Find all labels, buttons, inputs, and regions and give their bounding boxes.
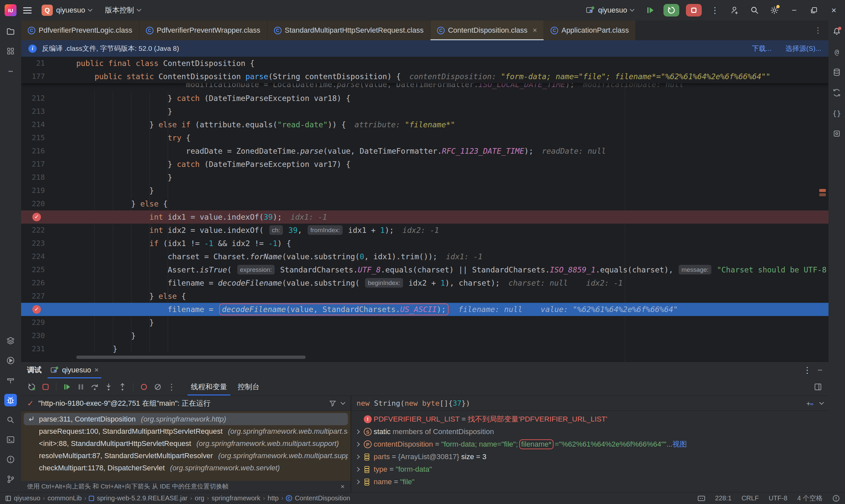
code-line[interactable]: 177 public static ContentDisposition par… <box>21 70 828 83</box>
code-line[interactable]: 21public final class ContentDisposition … <box>21 57 828 70</box>
gutter[interactable]: 229 <box>21 316 76 329</box>
gutter[interactable]: 220 <box>21 197 76 211</box>
variable-row[interactable]: Sstatic members of ContentDisposition <box>351 426 828 438</box>
notifications-button[interactable] <box>830 25 843 38</box>
close-button[interactable]: × <box>827 4 840 17</box>
database-tool-button[interactable] <box>830 66 843 78</box>
dependencies-tool-button[interactable] <box>830 127 843 140</box>
variable-row[interactable]: type = "form-data" <box>351 463 828 475</box>
editor-tab[interactable]: CApplicationPart.class <box>544 20 636 40</box>
code-line[interactable]: 218 } <box>21 171 828 184</box>
close-tab-icon[interactable]: × <box>533 26 537 35</box>
filter-icon[interactable] <box>329 399 337 407</box>
gutter[interactable]: 227 <box>21 290 76 303</box>
search-everywhere-button[interactable] <box>748 4 761 17</box>
project-tool-button[interactable] <box>4 25 17 38</box>
step-over-button[interactable] <box>89 381 101 393</box>
run-options-kebab[interactable]: ⋮ <box>708 4 722 17</box>
code-line[interactable]: 214 } else if (attribute.equals("read-da… <box>21 118 828 131</box>
tab-options-kebab[interactable]: ⋮ <box>807 20 828 40</box>
version-control-tool-button[interactable] <box>4 473 17 486</box>
chevron-down-icon[interactable] <box>341 400 345 405</box>
debugger-view-tab[interactable]: 控制台 <box>232 378 265 395</box>
gutter[interactable]: 224 <box>21 250 76 263</box>
structure-tool-button[interactable] <box>4 45 17 57</box>
expand-chevron-icon[interactable] <box>356 468 364 471</box>
add-watch-icon[interactable]: +∞ <box>806 399 813 407</box>
layout-settings-button[interactable] <box>812 381 824 393</box>
code-line[interactable]: 223 if (idx1 != -1 && idx2 != -1) { <box>21 237 828 250</box>
expand-chevron-icon[interactable] <box>356 430 364 433</box>
breadcrumb-item[interactable]: qiyuesuo <box>14 494 40 502</box>
code-line[interactable]: 224 charset = Charset.forName(value.subs… <box>21 250 828 263</box>
debugger-view-tab[interactable]: 线程和变量 <box>186 378 232 395</box>
gutter[interactable]: 223 <box>21 237 76 250</box>
stack-frame-row[interactable]: parse:311, ContentDisposition(org.spring… <box>24 413 348 425</box>
editor-tab[interactable]: CPdfverifierPreventWrapper.class <box>139 20 267 40</box>
stack-frame-row[interactable]: checkMultipart:1178, DispatcherServlet(o… <box>24 462 348 474</box>
variable-row[interactable]: PcontentDisposition = "form-data; name="… <box>351 438 828 451</box>
chevron-down-icon[interactable] <box>819 400 824 405</box>
download-sources-link[interactable]: 下载... <box>752 44 772 53</box>
tool-window-widget-icon[interactable] <box>5 496 11 501</box>
expand-chevron-icon[interactable] <box>356 443 364 446</box>
gutter[interactable] <box>21 83 76 91</box>
stop-debug-button[interactable] <box>40 381 52 393</box>
code-line[interactable]: 213 } <box>21 105 828 118</box>
error-stripe-mark[interactable] <box>819 189 826 192</box>
code-line[interactable]: ✓ int idx1 = value.indexOf(39);idx1: -1 <box>21 211 828 223</box>
find-tool-button[interactable] <box>4 414 17 426</box>
pause-program-button[interactable] <box>75 381 87 393</box>
build-tool-button[interactable] <box>4 374 17 386</box>
code-line[interactable]: 212 } catch (DateTimeParseException var1… <box>21 92 828 105</box>
gutter[interactable]: 218 <box>21 171 76 184</box>
gutter[interactable]: 214 <box>21 118 76 131</box>
breakpoint-icon[interactable]: ✓ <box>32 305 41 314</box>
indent-setting[interactable]: 4 个空格 <box>797 494 823 503</box>
editor-tab[interactable]: CContentDisposition.class× <box>430 20 544 40</box>
gutter[interactable]: 216 <box>21 144 76 158</box>
breadcrumb-item[interactable]: org <box>195 494 204 502</box>
stop-button[interactable] <box>686 4 702 17</box>
problems-tool-button[interactable] <box>4 453 17 466</box>
code-style-icon[interactable] <box>698 496 705 501</box>
choose-sources-link[interactable]: 选择源(S)... <box>786 44 822 53</box>
code-line[interactable]: 230 } <box>21 329 828 342</box>
gutter[interactable]: ✓ <box>21 303 76 316</box>
code-line[interactable]: 225 Assert.isTrue( expression: StandardC… <box>21 263 828 276</box>
code-line[interactable]: 226 filename = decodeFilename(value.subs… <box>21 276 828 290</box>
terminal-tool-button[interactable] <box>4 433 17 446</box>
code-line[interactable]: 219 } <box>21 184 828 197</box>
panel-options-kebab[interactable]: ⋮ <box>803 366 812 374</box>
gutter[interactable]: 231 <box>21 342 76 356</box>
project-selector[interactable]: Q qiyuesuo <box>38 3 95 17</box>
breadcrumb-item[interactable]: CContentDisposition <box>286 494 350 502</box>
debug-resume-button[interactable] <box>644 4 657 17</box>
code-line[interactable]: ✓ filename = decodeFilename(value, Stand… <box>21 303 828 316</box>
services-tool-button[interactable] <box>4 335 17 347</box>
gutter[interactable]: 230 <box>21 329 76 342</box>
debug-session-tab[interactable]: qiyuesuo × <box>46 362 103 378</box>
gradle-sync-button[interactable] <box>830 86 843 99</box>
code-line[interactable]: 220 } else { <box>21 197 828 211</box>
gutter[interactable]: 225 <box>21 263 76 276</box>
rerun-debug-button[interactable] <box>664 4 679 17</box>
toolbar-more-kebab[interactable]: ⋮ <box>166 381 178 393</box>
code-line[interactable]: modificationDate = LocalDateTime.parse(v… <box>21 83 828 91</box>
code-line[interactable]: 231 } <box>21 342 828 356</box>
maximize-button[interactable] <box>807 4 821 17</box>
step-out-button[interactable] <box>117 381 128 393</box>
mute-breakpoints-button[interactable] <box>152 381 164 393</box>
horizontal-scrollbar[interactable] <box>76 356 306 359</box>
stack-frame-row[interactable]: parseRequest:100, StandardMultipartHttpS… <box>24 425 348 437</box>
thread-selector[interactable]: ✓ "http-nio-9180-exec-9"@22,751 在组"main"… <box>21 396 351 411</box>
code-line[interactable]: 216 readDate = ZonedDateTime.parse(value… <box>21 144 828 158</box>
stack-frame-row[interactable]: resolveMultipart:87, StandardServletMult… <box>24 450 348 462</box>
gutter[interactable]: 215 <box>21 131 76 144</box>
breadcrumb-item[interactable]: spring-web-5.2.9.RELEASE.jar <box>89 494 188 502</box>
gutter[interactable]: 213 <box>21 105 76 118</box>
variable-row[interactable]: !PDFVERIFIER_URL_LIST = 找不到局部变量'PDFVERIF… <box>351 413 828 426</box>
gutter[interactable]: 21 <box>21 57 76 70</box>
status-info-icon[interactable] <box>832 495 840 502</box>
rerun-button[interactable] <box>26 381 38 393</box>
